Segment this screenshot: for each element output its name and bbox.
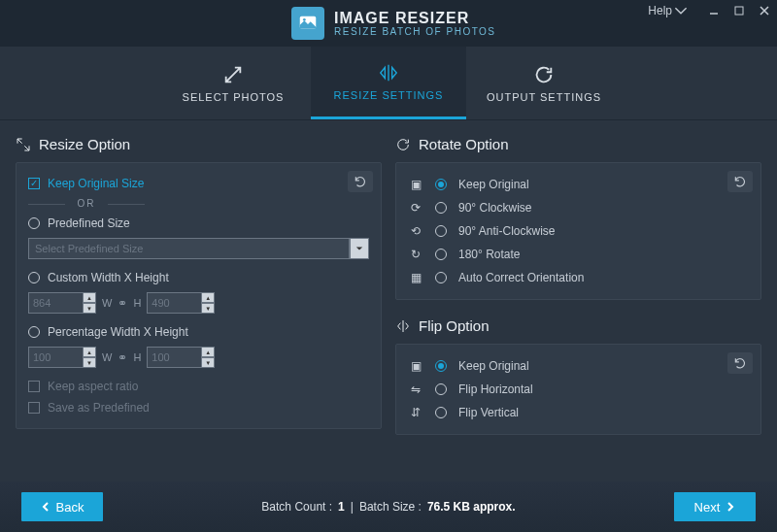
keep-original-label: Keep Original Size	[48, 177, 144, 190]
percentage-label: Percentage Width X Height	[48, 325, 188, 339]
rotate-cw-icon: ⟳	[408, 201, 423, 215]
help-menu[interactable]: Help	[648, 4, 688, 17]
resize-section-title: Resize Option	[16, 130, 382, 162]
flip-h-icon: ⇋	[408, 382, 423, 396]
next-button[interactable]: Next	[674, 492, 756, 521]
tab-resize-settings[interactable]: RESIZE SETTINGS	[311, 47, 466, 119]
save-predefined-label: Save as Predefined	[48, 401, 150, 415]
rotate-keep-radio[interactable]	[435, 179, 447, 190]
app-subtitle: RESIZE BATCH OF PHOTOS	[334, 26, 496, 37]
flip-keep-label: Keep Original	[458, 359, 529, 373]
maximize-button[interactable]	[732, 4, 746, 17]
rotate-ccw-icon: ⟲	[408, 224, 423, 238]
resize-arrows-icon	[16, 137, 31, 152]
auto-orient-icon: ▦	[408, 271, 423, 284]
tab-output-settings[interactable]: OUTPUT SETTINGS	[466, 47, 622, 119]
custom-width-input[interactable]: ▲▼	[28, 292, 96, 314]
link-icon[interactable]: ⚭	[118, 350, 127, 364]
rotate-icon	[395, 137, 411, 152]
keep-original-size-checkbox[interactable]	[28, 178, 40, 189]
reset-resize-button[interactable]	[348, 171, 373, 192]
keep-aspect-checkbox[interactable]	[28, 381, 40, 392]
reset-flip-button[interactable]	[727, 352, 753, 374]
predefined-label: Predefined Size	[48, 216, 130, 230]
footer-bar: Back Batch Count : 1 | Batch Size : 76.5…	[0, 482, 777, 532]
rotate-180-radio[interactable]	[435, 249, 447, 260]
rotate-keep-label: Keep Original	[458, 178, 529, 191]
keep-aspect-label: Keep aspect ratio	[48, 380, 138, 393]
undo-icon	[733, 175, 747, 188]
tab-label: SELECT PHOTOS	[183, 91, 285, 103]
batch-info: Batch Count : 1 | Batch Size : 76.5 KB a…	[261, 500, 515, 514]
svg-rect-2	[735, 7, 743, 15]
image-icon	[297, 13, 319, 34]
svg-point-1	[303, 18, 306, 21]
app-title: IMAGE RESIZER	[334, 10, 496, 27]
keep-icon: ▣	[408, 359, 423, 373]
close-button[interactable]	[758, 4, 771, 17]
h-label: H	[133, 297, 141, 309]
rotate-ccw-label: 90° Anti-Clockwise	[458, 224, 556, 238]
chevron-down-icon	[355, 245, 363, 252]
predefined-dropdown-button[interactable]	[350, 238, 369, 259]
rotate-180-label: 180° Rotate	[458, 248, 521, 261]
predefined-size-select[interactable]: Select Predefined Size	[28, 238, 350, 259]
reset-rotate-button[interactable]	[727, 171, 753, 192]
back-button[interactable]: Back	[21, 492, 103, 521]
title-bar: IMAGE RESIZER RESIZE BATCH OF PHOTOS Hel…	[0, 0, 777, 47]
percentage-width-input[interactable]: ▲▼	[28, 347, 96, 368]
keep-icon: ▣	[408, 178, 423, 191]
mirror-icon	[378, 62, 399, 83]
flip-v-radio[interactable]	[435, 407, 447, 418]
chevron-right-icon	[726, 502, 735, 512]
rotate-auto-label: Auto Correct Orientation	[458, 271, 584, 284]
undo-icon	[733, 356, 747, 370]
w-label: W	[102, 351, 112, 363]
resize-panel: Keep Original Size OR Predefined Size Se…	[16, 162, 382, 429]
rotate-ccw-radio[interactable]	[435, 225, 447, 237]
rotate-180-icon: ↻	[408, 248, 423, 261]
or-divider: OR	[28, 198, 145, 209]
custom-label: Custom Width X Height	[48, 271, 169, 284]
app-logo	[291, 7, 324, 40]
minimize-button[interactable]	[707, 4, 721, 17]
rotate-auto-radio[interactable]	[435, 272, 447, 283]
tab-bar: SELECT PHOTOS RESIZE SETTINGS OUTPUT SET…	[0, 47, 777, 120]
rotate-cw-label: 90° Clockwise	[458, 201, 532, 215]
save-predefined-checkbox[interactable]	[28, 402, 40, 414]
flip-keep-radio[interactable]	[435, 360, 447, 372]
h-label: H	[133, 351, 141, 363]
tab-select-photos[interactable]: SELECT PHOTOS	[155, 47, 311, 119]
flip-v-icon: ⇵	[408, 406, 423, 419]
percentage-size-radio[interactable]	[28, 326, 40, 338]
chevron-left-icon	[41, 502, 51, 512]
custom-height-input[interactable]: ▲▼	[147, 292, 215, 314]
w-label: W	[102, 297, 112, 309]
refresh-icon	[533, 64, 555, 85]
tab-label: RESIZE SETTINGS	[334, 89, 444, 101]
flip-h-label: Flip Horizontal	[458, 382, 533, 396]
tab-label: OUTPUT SETTINGS	[487, 91, 601, 103]
flip-panel: ▣Keep Original ⇋Flip Horizontal ⇵Flip Ve…	[395, 344, 761, 435]
rotate-panel: ▣Keep Original ⟳90° Clockwise ⟲90° Anti-…	[395, 162, 761, 300]
percentage-height-input[interactable]: ▲▼	[147, 347, 215, 368]
flip-section-title: Flip Option	[395, 312, 761, 344]
undo-icon	[354, 175, 367, 188]
rotate-cw-radio[interactable]	[435, 202, 447, 214]
expand-icon	[222, 64, 244, 85]
link-icon[interactable]: ⚭	[118, 296, 127, 310]
chevron-down-icon	[674, 4, 688, 17]
predefined-size-radio[interactable]	[28, 217, 40, 229]
rotate-section-title: Rotate Option	[395, 130, 761, 162]
flip-icon	[395, 318, 411, 334]
flip-h-radio[interactable]	[435, 383, 447, 395]
flip-v-label: Flip Vertical	[458, 406, 519, 419]
custom-size-radio[interactable]	[28, 272, 40, 283]
